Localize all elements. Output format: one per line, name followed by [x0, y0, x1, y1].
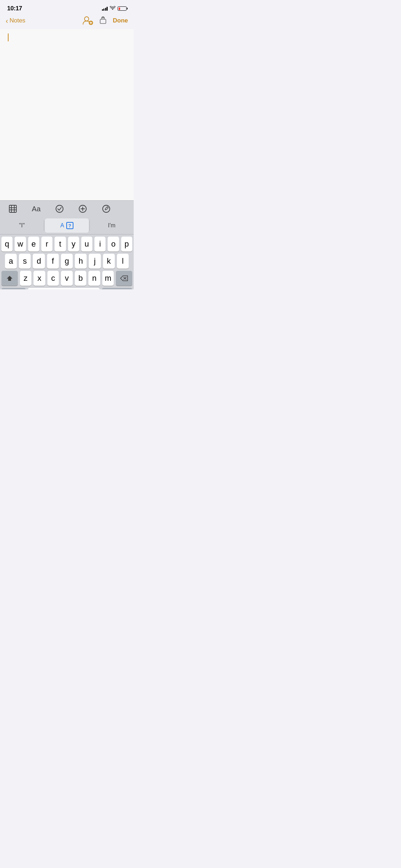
key-z[interactable]: z	[20, 271, 32, 286]
predictive-right[interactable]: I'm	[90, 219, 134, 232]
predictive-middle-content: A ?	[46, 222, 87, 229]
key-h[interactable]: h	[75, 254, 87, 269]
add-button[interactable]	[78, 205, 87, 213]
predictive-middle[interactable]: A ?	[45, 218, 89, 233]
svg-rect-4	[100, 19, 106, 24]
format-label: Aa	[32, 205, 40, 213]
key-o[interactable]: o	[108, 237, 119, 252]
markup-button[interactable]	[102, 205, 110, 213]
keyboard-row-2: a s d f g h j k l	[0, 252, 134, 269]
predictive-left[interactable]: "I"	[0, 219, 44, 232]
note-text-area[interactable]	[0, 29, 134, 200]
key-d[interactable]: d	[33, 254, 45, 269]
table-button[interactable]	[9, 205, 17, 213]
return-key[interactable]: return	[102, 288, 132, 289]
checklist-button[interactable]	[55, 205, 64, 213]
key-g[interactable]: g	[61, 254, 73, 269]
key-i[interactable]: i	[94, 237, 106, 252]
signal-bar-2	[103, 9, 104, 11]
key-v[interactable]: v	[61, 271, 73, 286]
signal-bar-4	[107, 7, 108, 11]
share-button[interactable]	[99, 16, 107, 26]
key-y[interactable]: y	[68, 237, 79, 252]
predictive-divider-1	[44, 220, 44, 231]
numbers-key[interactable]: 123	[1, 288, 26, 289]
back-chevron-icon: ‹	[6, 17, 8, 24]
key-s[interactable]: s	[19, 254, 31, 269]
status-icons	[102, 6, 127, 11]
key-t[interactable]: t	[55, 237, 66, 252]
nav-bar: ‹ Notes	[0, 12, 134, 29]
key-u[interactable]: u	[81, 237, 92, 252]
note-content-area[interactable]	[0, 29, 134, 200]
svg-point-0	[84, 17, 89, 21]
delete-key[interactable]	[116, 271, 132, 286]
key-a[interactable]: a	[5, 254, 17, 269]
key-f[interactable]: f	[47, 254, 59, 269]
format-button[interactable]: Aa	[32, 205, 40, 213]
key-b[interactable]: b	[75, 271, 87, 286]
key-m[interactable]: m	[102, 271, 114, 286]
key-p[interactable]: p	[121, 237, 132, 252]
svg-rect-6	[9, 205, 16, 212]
signal-icon	[102, 6, 108, 11]
key-l[interactable]: l	[117, 254, 129, 269]
status-bar: 10:17	[0, 0, 134, 12]
text-cursor	[8, 33, 9, 41]
space-key[interactable]: space	[28, 288, 100, 289]
predictive-bar: "I" A ? I'm	[0, 217, 134, 234]
svg-point-11	[56, 205, 63, 212]
key-x[interactable]: x	[34, 271, 45, 286]
predictive-a: A	[60, 222, 64, 229]
key-r[interactable]: r	[41, 237, 52, 252]
key-n[interactable]: n	[88, 271, 100, 286]
keyboard-toolbar: Aa	[0, 200, 134, 217]
add-collaborator-button[interactable]	[82, 15, 93, 26]
key-w[interactable]: w	[15, 237, 26, 252]
nav-right-actions: Done	[82, 15, 128, 26]
signal-bar-3	[105, 8, 106, 11]
predictive-question-box: ?	[66, 222, 73, 229]
key-k[interactable]: k	[103, 254, 115, 269]
key-j[interactable]: j	[89, 254, 101, 269]
status-time: 10:17	[7, 5, 22, 12]
shift-key[interactable]	[1, 271, 18, 286]
back-label: Notes	[10, 17, 25, 24]
keyboard-row-3: z x c v b n m	[0, 269, 134, 286]
done-button[interactable]: Done	[113, 17, 128, 24]
key-q[interactable]: q	[1, 237, 12, 252]
wifi-icon	[110, 6, 115, 11]
battery-fill	[119, 7, 120, 10]
keyboard-row-bottom: 123 space return	[0, 286, 134, 289]
back-button[interactable]: ‹ Notes	[6, 17, 25, 24]
key-e[interactable]: e	[28, 237, 39, 252]
signal-bar-1	[102, 9, 103, 11]
battery-icon	[118, 6, 127, 11]
keyboard-row-1: q w e r t y u i o p	[0, 234, 134, 252]
svg-point-15	[103, 205, 110, 212]
keyboard: q w e r t y u i o p a s d f g h j k l	[0, 234, 134, 289]
key-c[interactable]: c	[47, 271, 59, 286]
